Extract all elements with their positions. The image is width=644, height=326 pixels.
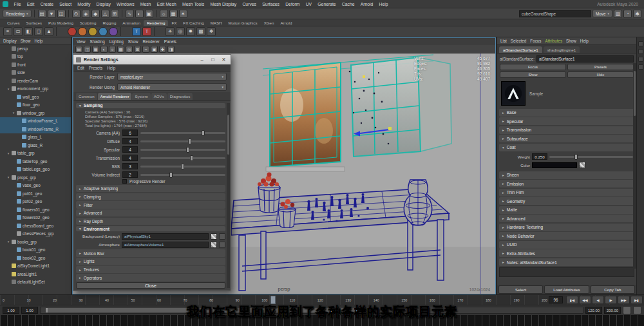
node-name-field[interactable]: aiStandardSurface1 [536,55,634,62]
shelf-tool-icon[interactable] [78,27,87,36]
viewport-toolbar-icon[interactable]: ◫ [84,46,91,53]
statusline-icon[interactable] [68,10,70,17]
tool-settings-tab-icon[interactable] [638,57,643,62]
outliner-item[interactable]: wall_geo [0,93,71,101]
attribute-section-collapsed[interactable]: Extra Attributes [499,249,634,257]
shelf-tool-icon[interactable]: ✹ [186,27,195,36]
shelf-tool-icon[interactable]: ◻ [34,27,43,36]
viewport-toolbar-icon[interactable]: ≈ [142,46,149,53]
menu-item[interactable]: Display [93,2,113,6]
outliner-item[interactable]: ▾ window_grp [0,109,71,117]
outliner-item[interactable]: vase_geo [0,182,71,190]
outliner-item[interactable]: glass_R [0,141,71,149]
menu-item[interactable]: Arnold [357,2,376,6]
channel-box-tab-icon[interactable] [638,41,643,46]
slider-handle[interactable] [190,155,193,161]
outliner-item[interactable]: aiSkyDomeLight1 [0,262,71,271]
panel-menu[interactable]: View [77,39,86,44]
outliner-item[interactable]: side [0,69,71,77]
menu-item[interactable]: UV [303,2,315,6]
viewport-toolbar-icon[interactable]: ▤ [75,46,82,53]
menu-item[interactable]: Curves [240,2,260,6]
outliner-item[interactable]: flowers01_geo [0,206,71,214]
statusline-icon[interactable]: ◔ [623,10,632,18]
attribute-editor-button[interactable]: Presets [567,64,634,70]
tool-dropdown[interactable]: Move [592,10,612,17]
slider-handle[interactable] [181,164,184,169]
shelf-tool-icon[interactable]: T [142,27,151,36]
playback-button[interactable]: ▶▮ [630,296,643,304]
menu-item[interactable]: Edit Mesh [154,2,179,6]
outliner-item[interactable]: chessPieces_grp [0,230,71,238]
quick-rename-field[interactable]: cubeGroundShape [519,10,591,17]
attribute-editor-menu[interactable]: Focus [530,39,541,43]
outliner-item[interactable]: flowers02_geo [0,214,71,222]
environment-section-header[interactable]: Environment [76,226,225,231]
minimize-button[interactable]: – [198,57,206,62]
shelf-tab[interactable]: Arnold [277,20,295,26]
shelf-tab[interactable]: Animation [119,20,144,26]
sampling-section-header[interactable]: Sampling [76,103,225,108]
outliner-item[interactable]: windowFrame_L [0,117,71,126]
anim-start-field[interactable]: 1.00 [3,307,19,314]
texture-checker-button[interactable] [211,242,217,248]
playback-button[interactable]: ▶ [605,296,617,304]
attribute-editor-footer-button[interactable]: Copy Tab [591,285,635,294]
viewport-toolbar-icon[interactable]: ✚ [159,46,166,53]
attribute-section-collapsed[interactable]: UUID [499,241,634,249]
outliner-menu[interactable]: Show [21,39,31,43]
outliner-item[interactable]: ▾ props_grp [0,173,71,182]
outliner-item[interactable]: tableTop_geo [0,157,71,166]
attribute-editor-footer-button[interactable]: Select [498,285,543,294]
attribute-section-collapsed[interactable]: Geometry [499,197,634,205]
statusline-icon[interactable]: ▥ [614,10,622,18]
slider-handle[interactable] [169,172,173,178]
shelf-tool-icon[interactable] [120,27,129,36]
statusline-icon[interactable]: ⊞ [111,10,119,18]
weight-value-field[interactable]: 0.250 [532,153,547,160]
shelf-tab[interactable]: MASH [207,20,225,26]
texture-field[interactable]: aiAtmosphereVolume1 [122,242,209,248]
statusline-icon[interactable] [156,10,157,17]
outliner-item[interactable]: book02_geo [0,254,71,262]
shelf-tool-icon[interactable] [56,27,65,36]
scrollbar[interactable] [227,103,230,288]
render-settings-section-collapsed[interactable]: Ray Depth [76,218,225,225]
slider-track[interactable] [140,149,225,151]
attribute-section-collapsed[interactable]: Base [499,109,634,117]
shelf-tool-icon[interactable]: ▲ [44,27,53,36]
attribute-editor-button[interactable]: Show [500,72,566,78]
notes-textarea[interactable] [499,267,634,277]
attribute-editor-menu[interactable]: Selected [511,39,527,43]
render-settings-tab[interactable]: AOVs [151,93,167,100]
outliner-item[interactable]: floor_geo [0,101,71,110]
node-tab[interactable]: shadingEngine1 [544,46,580,53]
animation-preferences-icon[interactable] [633,306,641,314]
statusline-icon[interactable]: ◆ [91,10,100,18]
menu-item[interactable]: Edit [24,2,37,6]
slider-value-field[interactable]: 4 [122,138,138,144]
statusline-icon[interactable]: ▼ [48,10,56,18]
render-settings-section-collapsed[interactable]: Advanced [76,209,225,217]
menu-item[interactable]: Windows [113,2,137,6]
menu-item[interactable]: Generate [315,2,339,6]
viewport-toolbar-icon[interactable]: ▦ [92,46,99,53]
playback-button[interactable]: ◀ [592,296,604,304]
statusline-icon[interactable]: ◈ [82,10,90,18]
attribute-section-collapsed[interactable]: Specular [499,117,634,125]
slider-handle[interactable] [188,139,191,144]
render-settings-section-collapsed[interactable]: Operators [76,274,225,282]
slider-value-field[interactable]: 6 [122,129,138,136]
menu-item[interactable]: Deform [283,2,303,6]
expand-arrow-icon[interactable]: ▾ [6,175,10,179]
menu-item[interactable]: Help [376,2,391,6]
statusline-icon[interactable]: ∿ [126,10,134,18]
viewport-toolbar-icon[interactable]: ◨ [167,46,175,53]
shelf-tool-icon[interactable] [68,27,77,36]
render-settings-tab[interactable]: Arnold Renderer [98,93,132,100]
panel-menu[interactable]: Panels [164,39,176,44]
notes-section[interactable]: Notes: aiStandardSurface1 [499,258,634,266]
shelf-tab[interactable]: Rigging [99,20,119,26]
slider-value-field[interactable]: 4 [122,155,138,161]
outliner-item[interactable]: chessBoard_geo [0,222,71,230]
